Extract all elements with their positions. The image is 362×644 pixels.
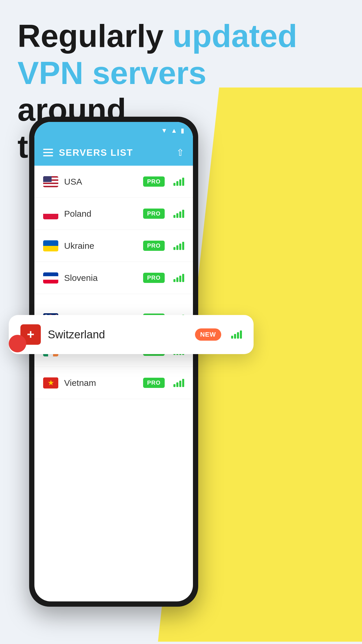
wifi-icon: ▼	[161, 127, 167, 134]
menu-button[interactable]	[43, 149, 53, 156]
list-item[interactable]: USA PRO	[34, 166, 193, 198]
pro-badge: PRO	[143, 209, 165, 219]
headline-regularly: Regularly	[17, 18, 173, 54]
pro-badge: PRO	[143, 241, 165, 251]
switzerland-popup[interactable]: Switzerland NEW	[9, 315, 254, 354]
pro-badge: PRO	[143, 378, 165, 388]
phone-frame: ▼ ▲ ▮ SERVERS LIST ⇧ USA PRO	[29, 117, 198, 607]
country-name: Slovenia	[64, 273, 137, 283]
headline-updated: updated	[173, 18, 297, 54]
new-badge: NEW	[195, 328, 221, 341]
battery-icon: ▮	[181, 127, 184, 134]
country-name: Vietnam	[64, 378, 137, 388]
app-title: SERVERS LIST	[59, 147, 171, 158]
app-header: SERVERS LIST ⇧	[34, 139, 193, 166]
headline-vpn-servers: VPN servers	[17, 55, 206, 91]
status-bar: ▼ ▲ ▮	[34, 122, 193, 139]
country-name: Poland	[64, 209, 137, 219]
list-item[interactable]: Poland PRO	[34, 198, 193, 230]
vietnam-flag	[43, 377, 58, 388]
signal-strength	[173, 210, 184, 218]
signal-strength	[173, 274, 184, 282]
list-item[interactable]: Slovenia PRO	[34, 262, 193, 294]
signal-icon: ▲	[171, 127, 177, 134]
pro-badge: PRO	[143, 176, 165, 187]
server-list: USA PRO Poland PRO Ukraine PRO	[34, 166, 193, 399]
signal-strength	[173, 379, 184, 387]
signal-strength	[173, 242, 184, 250]
list-item[interactable]: Vietnam PRO	[34, 367, 193, 399]
notification-dot	[9, 335, 26, 352]
pro-badge: PRO	[143, 273, 165, 283]
popup-signal-strength	[231, 330, 242, 339]
list-item[interactable]: Ukraine PRO	[34, 230, 193, 262]
ukraine-flag	[43, 240, 58, 251]
popup-country-name: Switzerland	[48, 328, 188, 341]
share-button[interactable]: ⇧	[176, 147, 184, 158]
phone-screen: ▼ ▲ ▮ SERVERS LIST ⇧ USA PRO	[34, 122, 193, 601]
usa-flag	[43, 176, 58, 187]
country-name: Ukraine	[64, 241, 137, 251]
slovenia-flag	[43, 272, 58, 284]
poland-flag	[43, 208, 58, 219]
signal-strength	[173, 178, 184, 186]
country-name: USA	[64, 177, 137, 187]
